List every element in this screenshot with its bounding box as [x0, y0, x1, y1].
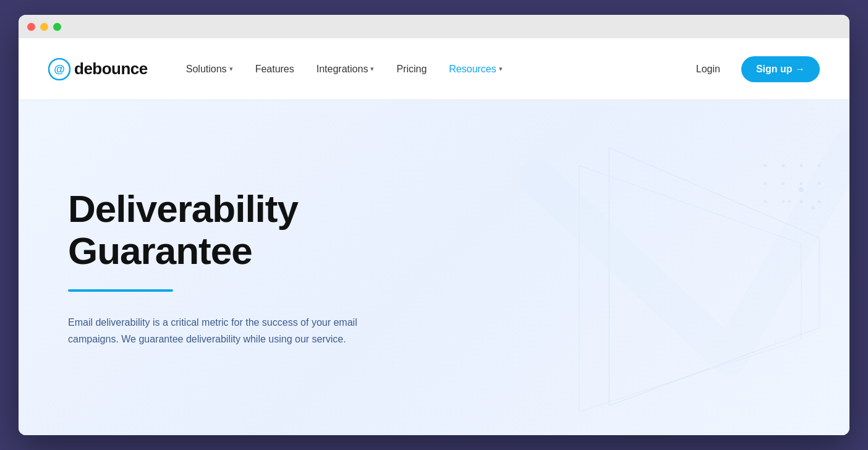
svg-text:@: @	[54, 63, 65, 75]
maximize-button-icon[interactable]	[53, 23, 61, 31]
navbar-actions: Login Sign up →	[687, 56, 820, 82]
hero-section: Deliverability Guarantee Email deliverab…	[19, 100, 849, 435]
nav-menu: Solutions ▾ Features Integrations ▾ Pric…	[177, 59, 687, 80]
hero-title: Deliverability Guarantee	[68, 188, 439, 272]
navbar: @ debounce Solutions ▾ Features Integrat…	[19, 38, 849, 100]
chevron-down-icon: ▾	[370, 65, 374, 73]
logo-icon: @	[48, 58, 70, 80]
svg-point-4	[788, 200, 791, 203]
logo-text: debounce	[74, 59, 148, 79]
hero-content: Deliverability Guarantee Email deliverab…	[68, 188, 439, 348]
signup-button[interactable]: Sign up →	[741, 56, 820, 82]
nav-pricing-label: Pricing	[396, 64, 427, 75]
browser-content: @ debounce Solutions ▾ Features Integrat…	[19, 38, 849, 435]
svg-point-9	[764, 182, 767, 185]
svg-point-6	[782, 164, 785, 168]
svg-point-10	[782, 182, 785, 185]
nav-item-solutions[interactable]: Solutions ▾	[177, 59, 242, 80]
nav-item-resources[interactable]: Resources ▾	[440, 59, 511, 80]
svg-point-16	[818, 200, 821, 203]
nav-item-pricing[interactable]: Pricing	[388, 59, 435, 80]
svg-point-15	[800, 200, 803, 203]
hero-underline-decoration	[68, 289, 173, 292]
close-button-icon[interactable]	[27, 23, 35, 31]
nav-features-label: Features	[255, 64, 294, 75]
hero-description: Email deliverability is a critical metri…	[68, 314, 389, 347]
nav-item-integrations[interactable]: Integrations ▾	[308, 59, 383, 80]
svg-point-7	[800, 164, 803, 168]
nav-solutions-label: Solutions	[186, 64, 227, 75]
chevron-down-icon: ▾	[229, 65, 233, 73]
svg-point-14	[782, 200, 785, 203]
svg-point-5	[764, 164, 767, 168]
svg-point-12	[818, 182, 821, 185]
nav-resources-label: Resources	[449, 64, 496, 75]
svg-point-3	[812, 206, 815, 210]
logo[interactable]: @ debounce	[48, 58, 148, 80]
svg-point-13	[764, 200, 767, 203]
browser-titlebar	[19, 15, 849, 38]
nav-integrations-label: Integrations	[317, 64, 368, 75]
browser-window: @ debounce Solutions ▾ Features Integrat…	[19, 15, 849, 435]
svg-point-2	[799, 187, 804, 192]
minimize-button-icon[interactable]	[40, 23, 48, 31]
chevron-down-icon: ▾	[499, 65, 503, 73]
login-button[interactable]: Login	[687, 59, 729, 80]
svg-point-11	[800, 182, 803, 185]
nav-item-features[interactable]: Features	[247, 59, 303, 80]
svg-point-8	[818, 164, 821, 168]
